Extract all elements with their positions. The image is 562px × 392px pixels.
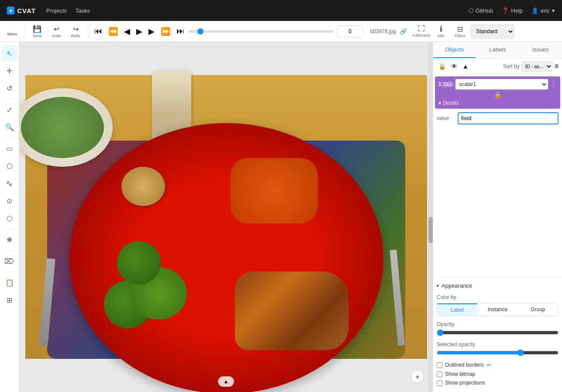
undo-button[interactable]: ↩ Undo [48, 23, 65, 40]
chevron-down-icon: ▾ [438, 100, 441, 106]
zoom-tool[interactable]: 🔍 [2, 119, 17, 135]
playback-controls: ⏮ ⏪ ◀ ▶ ▶ ⏩ ⏭ [92, 24, 187, 39]
user-menu[interactable]: 👤 eric ▾ [531, 7, 555, 14]
color-by-instance-button[interactable]: Instance [477, 303, 517, 316]
rotate-tool[interactable]: ↺ [2, 80, 17, 96]
sort-select[interactable]: ID - as... [521, 61, 553, 72]
save-button[interactable]: 💾 Save [28, 23, 46, 40]
draw-polygon-tool[interactable]: ⬠ [2, 158, 17, 174]
last-frame-button[interactable]: ⏭ [174, 24, 187, 38]
view-mode-select[interactable]: Standard [471, 24, 514, 38]
ai-tools-btn[interactable]: ❋ [2, 232, 17, 248]
split-tool[interactable]: ⊞ [2, 292, 17, 308]
right-tools: ⛶ Fullscreen ℹ Info ⊟ Filters Standard [412, 23, 514, 40]
review-tool[interactable]: 📋 [2, 275, 17, 290]
filename-label: 003978.jpg [370, 28, 396, 34]
draw-ellipse-tool[interactable]: ⊙ [2, 193, 17, 209]
tab-issues[interactable]: Issues [519, 42, 562, 58]
navbar-right: ⎔ GitHub ❓ Help 👤 eric ▾ [469, 7, 555, 14]
zoom-to-fit-button[interactable]: + [411, 370, 424, 383]
prev-frame-button[interactable]: ◀ [121, 24, 133, 39]
bread [121, 167, 165, 206]
main-content: ↖ ✛ ↺ ⤢ 🔍 ▭ ⬠ ∿ ⊙ ⬡ ❋ ⌦ 📋 ⊞ [0, 42, 562, 392]
show-projections-checkbox[interactable] [437, 380, 442, 386]
fullscreen-button[interactable]: ⛶ Fullscreen [412, 23, 431, 40]
side-plate-food [21, 97, 104, 158]
expand-button[interactable]: ▲ [218, 376, 234, 387]
outlined-borders-row: Outlined borders ✏ [437, 361, 559, 368]
object-lock-icon[interactable]: 🔒 [438, 91, 557, 98]
hide-all-button[interactable]: 👁 [449, 61, 459, 72]
value-input[interactable] [458, 112, 559, 124]
tab-objects[interactable]: Objects [433, 42, 476, 58]
color-by-label-button[interactable]: Label [437, 303, 477, 316]
filters-button[interactable]: ⊟ Filters [452, 23, 469, 40]
appearance-section: ▾ Appearance Color by Label Instance Gro… [433, 277, 562, 392]
toolbar: Menu 💾 Save ↩ Undo ↪ Redo ⏮ ⏪ ◀ ▶ ▶ ⏩ ⏭ … [0, 21, 562, 42]
redo-icon: ↪ [73, 25, 79, 33]
brand: ● CVAT [7, 7, 36, 14]
help-icon: ❓ [502, 7, 509, 14]
edit-color-icon[interactable]: ✏ [486, 361, 492, 368]
scroll-thumb[interactable] [428, 217, 433, 243]
frame-input[interactable] [337, 25, 363, 38]
meat [235, 272, 348, 350]
progress-thumb [197, 28, 203, 34]
chevron-up-icon: ▲ [224, 378, 229, 385]
object-item-1: 1 TAG scalar1 ⋮ 🔒 ▾ Details [435, 76, 560, 109]
first-frame-button[interactable]: ⏮ [92, 24, 105, 38]
object-label-select[interactable]: scalar1 [455, 79, 548, 89]
value-row: value [433, 110, 562, 127]
fit-tool[interactable]: ⤢ [2, 102, 17, 117]
object-header: 1 TAG scalar1 ⋮ [438, 79, 557, 89]
panel-collapse-button[interactable]: ≡ [555, 62, 559, 70]
toolbar-separator-2 [88, 24, 88, 38]
draw-polyline-tool[interactable]: ∿ [2, 175, 17, 191]
cursor-tool[interactable]: ↖ [2, 45, 17, 61]
right-panel: Objects Labels Issues 🔒 👁 ▲ Sort by ID -… [433, 42, 562, 392]
github-icon: ⎔ [469, 7, 473, 14]
redo-button[interactable]: ↪ Redo [67, 23, 84, 40]
move-tool[interactable]: ✛ [2, 63, 17, 79]
objects-toolbar: 🔒 👁 ▲ Sort by ID - as... ≡ [433, 58, 562, 75]
color-by-group-button[interactable]: Group [518, 303, 558, 316]
progress-area: 003978.jpg 🔗 [189, 25, 407, 38]
filters-icon: ⊟ [457, 25, 463, 33]
object-details-toggle[interactable]: ▾ Details [438, 100, 557, 106]
draw-rect-tool[interactable]: ▭ [2, 141, 17, 156]
show-bitmap-checkbox[interactable] [437, 371, 442, 377]
play-button[interactable]: ▶ [134, 24, 145, 39]
tab-labels[interactable]: Labels [476, 42, 519, 58]
next-chunk-button[interactable]: ⏩ [158, 24, 173, 39]
outlined-borders-checkbox[interactable] [437, 362, 442, 368]
draw-cuboid-tool[interactable]: ⬡ [2, 210, 17, 226]
carrots [231, 158, 318, 224]
tag-tool[interactable]: ⌦ [2, 253, 17, 269]
opacity-slider[interactable] [437, 329, 559, 336]
info-button[interactable]: ℹ Info [432, 23, 450, 40]
canvas-area[interactable]: ▲ + [19, 42, 433, 392]
main-nav: Projects Tasks [46, 7, 90, 14]
selected-opacity-slider[interactable] [437, 349, 559, 356]
navbar: ● CVAT Projects Tasks ⎔ GitHub ❓ Help 👤 … [0, 0, 562, 21]
nav-tasks[interactable]: Tasks [76, 7, 90, 14]
github-link[interactable]: ⎔ GitHub [469, 7, 493, 14]
tool-separator-2 [3, 138, 16, 138]
prev-chunk-button[interactable]: ⏪ [106, 24, 121, 39]
object-menu-button[interactable]: ⋮ [550, 80, 557, 89]
progress-track[interactable] [189, 30, 334, 33]
main-plate [69, 123, 383, 392]
appearance-header[interactable]: ▾ Appearance [437, 281, 559, 291]
zoom-fit-icon: + [416, 373, 419, 380]
expand-all-button[interactable]: ▲ [461, 61, 470, 72]
next-frame-button[interactable]: ▶ [146, 24, 157, 39]
tool-separator-5 [3, 272, 16, 272]
help-link[interactable]: ❓ Help [502, 7, 523, 14]
lock-all-button[interactable]: 🔒 [437, 61, 448, 72]
info-icon: ℹ [440, 25, 442, 33]
menu-button[interactable]: Menu [3, 23, 21, 40]
toolbar-separator-1 [24, 24, 25, 38]
nav-projects[interactable]: Projects [46, 7, 67, 14]
food-image [25, 75, 427, 359]
user-chevron-icon: ▾ [552, 7, 555, 14]
